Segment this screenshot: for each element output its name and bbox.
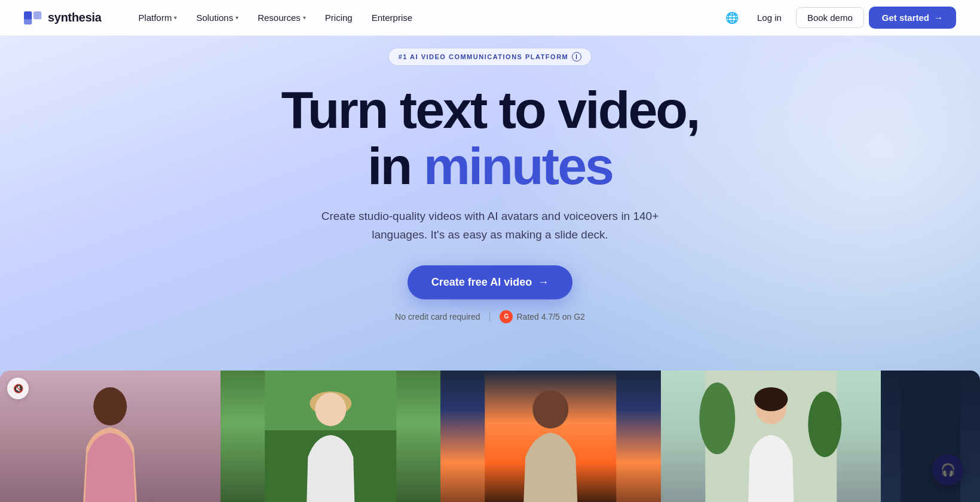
- g2-rating-text: Rated 4.7/5 on G2: [516, 312, 584, 322]
- nav-solutions[interactable]: Solutions ▾: [188, 8, 247, 27]
- logo[interactable]: synthesia: [24, 11, 102, 25]
- navbar: synthesia Platform ▾ Solutions ▾ Resourc…: [0, 0, 980, 36]
- language-selector[interactable]: 🌐: [721, 7, 743, 29]
- svg-rect-2: [24, 16, 32, 24]
- nav-platform[interactable]: Platform ▾: [130, 8, 186, 27]
- solutions-chevron-icon: ▾: [235, 14, 238, 21]
- hero-content: #1 AI VIDEO COMMUNICATIONS PLATFORM i Tu…: [0, 48, 980, 323]
- svg-point-7: [315, 393, 346, 426]
- synthesia-logo-icon: [24, 11, 43, 25]
- video-thumb-2[interactable]: [220, 371, 441, 502]
- hero-cta-arrow-icon: →: [538, 276, 549, 289]
- nav-resources[interactable]: Resources ▾: [249, 8, 314, 27]
- support-chat-button[interactable]: 🎧: [932, 454, 963, 485]
- platform-chevron-icon: ▾: [174, 14, 177, 21]
- video-thumb-4[interactable]: [661, 371, 881, 502]
- login-button[interactable]: Log in: [748, 8, 791, 27]
- hero-headline-line2: in minutes: [368, 137, 612, 195]
- hero-cta-button[interactable]: Create free AI video →: [408, 265, 572, 299]
- get-started-arrow-icon: →: [934, 13, 943, 23]
- resources-chevron-icon: ▾: [303, 14, 306, 21]
- hero-subtext: Create studio-quality videos with AI ava…: [311, 207, 669, 244]
- svg-point-14: [754, 387, 788, 411]
- g2-badge: G Rated 4.7/5 on G2: [500, 310, 584, 323]
- hero-section: #1 AI VIDEO COMMUNICATIONS PLATFORM i Tu…: [0, 0, 980, 502]
- nav-pricing[interactable]: Pricing: [317, 8, 361, 27]
- svg-point-11: [699, 382, 735, 454]
- video-strip: 🔇: [0, 371, 980, 502]
- rating-divider: [489, 312, 490, 322]
- nav-right: 🌐 Log in Book demo Get started →: [721, 7, 956, 29]
- svg-point-3: [93, 387, 127, 426]
- g2-logo-icon: G: [500, 310, 513, 323]
- video-thumb-5[interactable]: [881, 371, 980, 502]
- svg-point-9: [532, 390, 568, 428]
- badge-info-icon[interactable]: i: [572, 52, 581, 62]
- logo-text: synthesia: [48, 11, 102, 25]
- nav-enterprise[interactable]: Enterprise: [363, 8, 421, 27]
- video-thumb-3[interactable]: [440, 371, 661, 502]
- hero-headline-line1: Turn text to video,: [281, 82, 699, 137]
- book-demo-button[interactable]: Book demo: [796, 7, 864, 28]
- hero-badge: #1 AI VIDEO COMMUNICATIONS PLATFORM i: [388, 48, 592, 66]
- hero-rating-row: No credit card required G Rated 4.7/5 on…: [395, 310, 585, 323]
- svg-rect-1: [33, 11, 41, 19]
- mute-button[interactable]: 🔇: [7, 378, 29, 399]
- video-thumb-1[interactable]: 🔇: [0, 371, 220, 502]
- hero-headline-minutes: minutes: [424, 136, 612, 195]
- svg-point-12: [808, 391, 841, 457]
- nav-links: Platform ▾ Solutions ▾ Resources ▾ Prici…: [130, 8, 721, 27]
- no-credit-card-text: No credit card required: [395, 312, 480, 322]
- get-started-button[interactable]: Get started →: [869, 7, 956, 29]
